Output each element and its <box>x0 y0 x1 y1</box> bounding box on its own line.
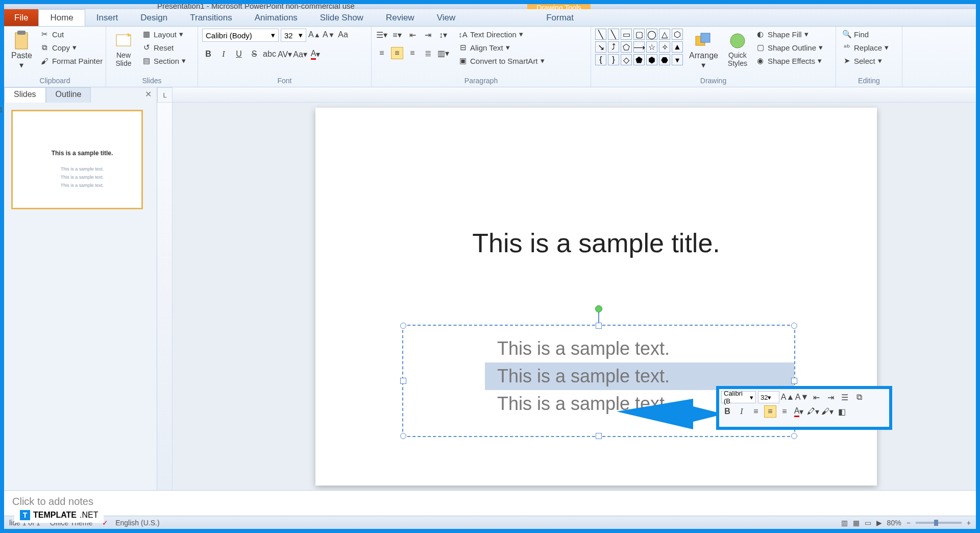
tab-insert[interactable]: Insert <box>85 9 130 26</box>
mini-bold[interactable]: B <box>721 405 733 418</box>
vertical-ruler[interactable] <box>157 103 173 490</box>
font-size-combo[interactable]: 32▾ <box>281 29 306 42</box>
columns-button[interactable]: ▥▾ <box>437 47 449 59</box>
increase-indent-button[interactable]: ⇥ <box>422 29 434 41</box>
tab-transitions[interactable]: Transitions <box>179 9 243 26</box>
shape-effects-button[interactable]: ◉Shape Effects ▾ <box>754 55 825 66</box>
layout-button[interactable]: ▦Layout ▾ <box>140 29 188 40</box>
bold-button[interactable]: B <box>202 48 214 60</box>
notes-pane[interactable]: Click to add notes <box>4 490 976 516</box>
resize-handle-sw[interactable] <box>400 433 406 439</box>
mini-highlight[interactable]: 🖍▾ <box>807 405 819 418</box>
grow-font-button[interactable]: A▲ <box>308 29 321 41</box>
rotation-handle[interactable] <box>595 305 602 312</box>
new-slide-button[interactable]: New Slide <box>110 29 137 69</box>
zoom-out-button[interactable]: − <box>906 519 911 527</box>
view-reading-button[interactable]: ▭ <box>865 519 871 527</box>
clear-formatting-button[interactable]: Aa <box>337 29 349 41</box>
justify-button[interactable]: ≣ <box>422 47 434 59</box>
align-right-button[interactable]: ≡ <box>406 47 419 59</box>
resize-handle-nw[interactable] <box>400 323 406 329</box>
mini-shrink-font[interactable]: A▼ <box>796 391 808 403</box>
resize-handle-s[interactable] <box>596 433 602 439</box>
copy-button[interactable]: ⧉Copy ▾ <box>38 42 105 53</box>
tab-animations[interactable]: Animations <box>243 9 309 26</box>
slide-thumbnail[interactable]: This is a sample title. This is a sample… <box>11 110 143 209</box>
tab-format[interactable]: Format <box>532 9 588 26</box>
shape-fill-button[interactable]: ◐Shape Fill ▾ <box>754 29 825 40</box>
tab-review[interactable]: Review <box>375 9 426 26</box>
resize-handle-n[interactable] <box>596 323 602 329</box>
slide-title-text[interactable]: This is a sample title. <box>315 228 877 258</box>
mini-clear[interactable]: ◧ <box>836 405 848 418</box>
mini-copy[interactable]: ⧉ <box>853 391 865 403</box>
shapes-gallery[interactable]: ╲╲▭▢◯△⬡ ↘⤴⬠⟶☆✧▲ {}◇⬟⬢⬣▾ <box>595 29 683 65</box>
mini-align-center[interactable]: ≡ <box>764 405 776 418</box>
replace-button[interactable]: ᵃᵇReplace ▾ <box>840 42 891 53</box>
text-direction-button[interactable]: ↕AText Direction ▾ <box>456 29 547 40</box>
line-spacing-button[interactable]: ↕▾ <box>437 29 449 41</box>
mini-bullets[interactable]: ☰ <box>839 391 851 403</box>
select-button[interactable]: ➤Select ▾ <box>840 55 891 66</box>
mini-size-combo[interactable]: 32▾ <box>758 391 779 403</box>
align-left-button[interactable]: ≡ <box>376 47 388 59</box>
mini-font-color[interactable]: A▾ <box>793 405 805 418</box>
zoom-level[interactable]: 80% <box>887 519 901 527</box>
paste-button[interactable]: Paste ▾ <box>8 29 35 72</box>
slides-panel-tab-slides[interactable]: Slides <box>4 87 46 103</box>
cut-button[interactable]: ✂Cut <box>38 29 105 40</box>
slides-panel-tab-outline[interactable]: Outline <box>46 87 91 103</box>
group-editing: 🔍Find ᵃᵇReplace ▾ ➤Select ▾ Editing <box>836 27 902 87</box>
text-shadow-button[interactable]: abc <box>263 48 276 60</box>
tab-slideshow[interactable]: Slide Show <box>309 9 375 26</box>
resize-handle-w[interactable] <box>400 378 406 384</box>
sample-line-1[interactable]: This is a sample text. <box>485 335 794 362</box>
section-button[interactable]: ▤Section ▾ <box>140 55 188 66</box>
horizontal-ruler[interactable] <box>173 87 976 103</box>
status-language[interactable]: English (U.S.) <box>115 519 159 527</box>
mini-align-right[interactable]: ≡ <box>778 405 791 418</box>
resize-handle-se[interactable] <box>791 433 797 439</box>
find-button[interactable]: 🔍Find <box>840 29 891 40</box>
close-panel-button[interactable]: ✕ <box>140 87 157 103</box>
zoom-slider[interactable] <box>916 522 962 524</box>
format-painter-button[interactable]: 🖌Format Painter <box>38 55 105 66</box>
tab-file[interactable]: File <box>4 9 38 26</box>
eraser-icon: Aa <box>338 30 348 39</box>
mini-decrease-indent[interactable]: ⇤ <box>810 391 822 403</box>
character-spacing-button[interactable]: AV▾ <box>279 48 291 60</box>
shrink-font-button[interactable]: A▼ <box>323 29 335 41</box>
tab-view[interactable]: View <box>426 9 467 26</box>
tab-home[interactable]: Home <box>38 9 85 26</box>
font-color-button[interactable]: A▾ <box>309 48 322 60</box>
resize-handle-ne[interactable] <box>791 323 797 329</box>
shape-outline-button[interactable]: ▢Shape Outline ▾ <box>754 42 825 53</box>
canvas-area[interactable]: This is a sample title. This is <box>173 103 976 490</box>
decrease-indent-button[interactable]: ⇤ <box>406 29 419 41</box>
font-family-combo[interactable]: Calibri (Body)▾ <box>202 29 279 42</box>
convert-smartart-button[interactable]: ▣Convert to SmartArt ▾ <box>456 55 547 66</box>
mini-increase-indent[interactable]: ⇥ <box>824 391 837 403</box>
view-normal-button[interactable]: ▥ <box>841 519 848 527</box>
quick-styles-button[interactable]: Quick Styles <box>724 29 751 69</box>
mini-grow-font[interactable]: A▲ <box>781 391 794 403</box>
mini-font-combo[interactable]: Calibri (B▾ <box>721 391 756 403</box>
change-case-button[interactable]: Aa▾ <box>294 48 306 60</box>
strikethrough-button[interactable]: S <box>248 48 260 60</box>
mini-format-painter[interactable]: 🖌▾ <box>821 405 834 418</box>
tab-design[interactable]: Design <box>129 9 179 26</box>
view-slideshow-button[interactable]: ▶ <box>876 519 882 527</box>
bullets-button[interactable]: ☰▾ <box>376 29 388 41</box>
italic-button[interactable]: I <box>217 48 230 60</box>
resize-handle-e[interactable] <box>791 378 797 384</box>
view-sorter-button[interactable]: ▦ <box>853 519 860 527</box>
reset-button[interactable]: ↺Reset <box>140 42 188 53</box>
numbering-button[interactable]: ≡▾ <box>391 29 403 41</box>
arrange-button[interactable]: Arrange▾ <box>686 29 721 72</box>
mini-align-left[interactable]: ≡ <box>750 405 762 418</box>
underline-button[interactable]: U <box>233 48 245 60</box>
align-center-button[interactable]: ≡ <box>391 47 403 59</box>
zoom-in-button[interactable]: + <box>967 519 971 527</box>
mini-italic[interactable]: I <box>736 405 748 418</box>
align-text-button[interactable]: ⊟Align Text ▾ <box>456 42 547 53</box>
